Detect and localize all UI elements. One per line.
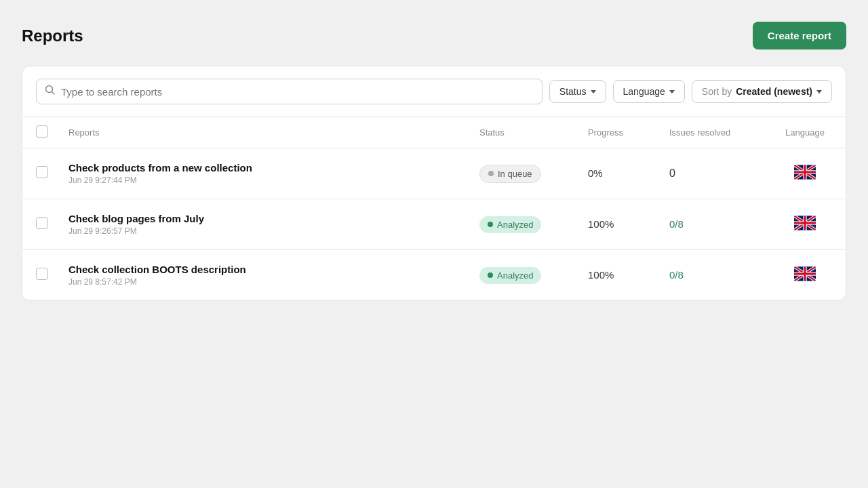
svg-rect-10: [804, 165, 806, 179]
report-progress-cell: 100%: [574, 250, 656, 301]
status-filter-label: Status: [559, 86, 587, 97]
header-checkbox-cell: [22, 117, 55, 148]
report-status-cell: Analyzed: [466, 250, 574, 301]
uk-flag-icon: [794, 165, 816, 180]
page-title: Reports: [22, 26, 83, 45]
language-filter-chevron-icon: [669, 90, 675, 94]
report-name-cell: Check blog pages from JulyJun 29 9:26:57…: [55, 199, 466, 250]
sort-button[interactable]: Sort by Created (newest): [692, 80, 832, 103]
report-name: Check blog pages from July: [68, 213, 452, 224]
uk-flag-icon: [794, 266, 816, 281]
analyzed-dot-icon: [488, 222, 493, 227]
sort-value-label: Created (newest): [736, 86, 812, 97]
row-checkbox[interactable]: [36, 166, 48, 178]
report-issues: 0: [669, 167, 675, 179]
report-issues: 0/8: [669, 218, 684, 230]
report-date: Jun 29 9:26:57 PM: [68, 226, 452, 236]
search-input[interactable]: [61, 86, 534, 98]
header-issues-resolved: Issues resolved: [656, 117, 764, 148]
status-badge: Analyzed: [479, 267, 541, 284]
report-issues-cell: 0: [656, 148, 764, 199]
report-issues: 0/8: [669, 269, 684, 281]
inqueue-dot-icon: [488, 171, 494, 176]
report-progress: 100%: [588, 218, 614, 230]
status-filter-chevron-icon: [591, 90, 596, 94]
report-name: Check products from a new collection: [68, 162, 452, 174]
reports-card: Status Language Sort by Created (newest)…: [22, 66, 846, 301]
status-badge: In queue: [479, 165, 541, 183]
svg-rect-28: [804, 266, 806, 281]
select-all-checkbox[interactable]: [36, 125, 48, 138]
language-filter-label: Language: [623, 86, 665, 97]
search-wrapper: [36, 79, 542, 104]
report-date: Jun 29 8:57:42 PM: [68, 277, 452, 287]
language-filter-button[interactable]: Language: [613, 80, 685, 103]
create-report-button[interactable]: Create report: [753, 22, 846, 49]
report-status-cell: Analyzed: [466, 199, 574, 250]
header-progress: Progress: [574, 117, 656, 148]
report-name: Check collection BOOTS description: [68, 264, 452, 275]
svg-rect-19: [804, 216, 806, 230]
header-language: Language: [764, 117, 846, 148]
report-progress-cell: 100%: [574, 199, 656, 250]
report-progress: 100%: [588, 269, 614, 281]
sort-prefix-label: Sort by: [702, 86, 732, 97]
status-filter-button[interactable]: Status: [549, 80, 606, 103]
header-reports: Reports: [55, 117, 466, 148]
report-status-cell: In queue: [466, 148, 574, 199]
report-language-cell: [764, 250, 846, 301]
analyzed-dot-icon: [488, 272, 493, 278]
report-name-cell: Check products from a new collectionJun …: [55, 148, 466, 199]
report-language-cell: [764, 199, 846, 250]
row-checkbox[interactable]: [36, 268, 48, 280]
sort-chevron-icon: [816, 90, 822, 94]
toolbar: Status Language Sort by Created (newest): [22, 66, 846, 117]
reports-table: Reports Status Progress Issues resolved …: [22, 117, 846, 300]
row-checkbox[interactable]: [36, 217, 48, 229]
row-checkbox-cell: [22, 250, 55, 301]
report-progress: 0%: [588, 167, 603, 179]
search-icon: [45, 85, 56, 98]
row-checkbox-cell: [22, 199, 55, 250]
report-progress-cell: 0%: [574, 148, 656, 199]
status-badge: Analyzed: [479, 216, 541, 233]
uk-flag-icon: [794, 216, 816, 230]
report-issues-cell: 0/8: [656, 250, 764, 301]
report-issues-cell: 0/8: [656, 199, 764, 250]
svg-line-1: [52, 92, 55, 95]
row-checkbox-cell: [22, 148, 55, 199]
report-name-cell: Check collection BOOTS descriptionJun 29…: [55, 250, 466, 301]
table-row: Check blog pages from JulyJun 29 9:26:57…: [22, 199, 846, 250]
report-date: Jun 29 9:27:44 PM: [68, 176, 452, 185]
report-language-cell: [764, 148, 846, 199]
header-status: Status: [466, 117, 574, 148]
table-row: Check products from a new collectionJun …: [22, 148, 846, 199]
table-row: Check collection BOOTS descriptionJun 29…: [22, 250, 846, 301]
